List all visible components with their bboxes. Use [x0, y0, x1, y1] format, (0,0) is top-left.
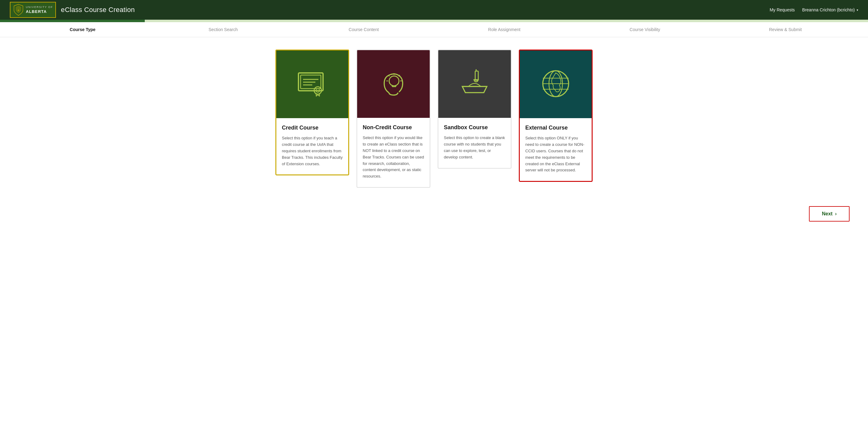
- header-nav: My Requests Breanna Crichton (bcrichto) …: [770, 7, 858, 12]
- svg-point-8: [389, 76, 399, 86]
- next-button[interactable]: Next ›: [809, 206, 849, 222]
- sandbox-course-body: Sandbox Course Select this option to cre…: [438, 118, 511, 168]
- logo-text-block: UNIVERSITY OF ALBERTA: [26, 5, 53, 14]
- step-role-assignment[interactable]: Role Assignment: [434, 26, 575, 33]
- external-course-desc: Select this option ONLY if you need to c…: [525, 135, 586, 173]
- svg-rect-17: [475, 71, 478, 80]
- credit-course-title: Credit Course: [282, 124, 343, 132]
- sandbox-course-image: [438, 50, 511, 118]
- external-course-body: External Course Select this option ONLY …: [520, 118, 592, 181]
- main-content: Credit Course Select this option if you …: [0, 37, 868, 200]
- shield-icon: A: [13, 4, 24, 16]
- header-left: A UNIVERSITY OF ALBERTA eClass Course Cr…: [10, 2, 135, 18]
- university-name: ALBERTA: [26, 9, 47, 14]
- progress-steps: Course Type Section Search Course Conten…: [0, 22, 868, 37]
- credit-course-image: [276, 51, 348, 118]
- chevron-down-icon: ▾: [857, 8, 858, 12]
- app-title: eClass Course Creation: [61, 6, 135, 14]
- certificate-icon: [294, 65, 331, 103]
- external-course-image: [520, 51, 592, 118]
- university-logo: A UNIVERSITY OF ALBERTA: [10, 2, 56, 18]
- non-credit-course-body: Non-Credit Course Select this option if …: [357, 118, 430, 187]
- step-section-search[interactable]: Section Search: [153, 26, 293, 33]
- step-course-type[interactable]: Course Type: [12, 26, 153, 33]
- step-review-submit[interactable]: Review & Submit: [715, 26, 856, 33]
- non-credit-course-card[interactable]: Non-Credit Course Select this option if …: [356, 50, 430, 188]
- globe-icon: [537, 65, 574, 103]
- progress-section: Course Type Section Search Course Conten…: [0, 20, 868, 37]
- non-credit-course-desc: Select this option if you would like to …: [363, 135, 424, 180]
- user-name: Breanna Crichton (bcrichto): [802, 7, 855, 12]
- footer-area: Next ›: [0, 200, 868, 234]
- next-label: Next: [822, 211, 833, 217]
- app-header: A UNIVERSITY OF ALBERTA eClass Course Cr…: [0, 0, 868, 20]
- sandbox-course-title: Sandbox Course: [444, 124, 505, 131]
- next-arrow-icon: ›: [835, 211, 837, 217]
- progress-bar-fill: [0, 20, 145, 22]
- sandbox-course-desc: Select this option to create a blank cou…: [444, 135, 505, 160]
- external-course-card[interactable]: External Course Select this option ONLY …: [519, 50, 593, 182]
- step-course-content[interactable]: Course Content: [293, 26, 434, 33]
- sandbox-icon: [456, 65, 493, 103]
- svg-text:A: A: [18, 9, 19, 12]
- credit-course-desc: Select this option if you teach a credit…: [282, 135, 343, 167]
- university-of-label: UNIVERSITY OF: [26, 5, 53, 9]
- credit-course-body: Credit Course Select this option if you …: [276, 118, 348, 174]
- progress-bar-track: [0, 20, 868, 22]
- external-course-title: External Course: [525, 124, 586, 132]
- my-requests-link[interactable]: My Requests: [770, 7, 795, 12]
- non-credit-course-image: [357, 50, 430, 118]
- sandbox-course-card[interactable]: Sandbox Course Select this option to cre…: [438, 50, 512, 169]
- credit-course-card[interactable]: Credit Course Select this option if you …: [275, 50, 349, 175]
- user-menu[interactable]: Breanna Crichton (bcrichto) ▾: [802, 7, 858, 12]
- non-credit-course-title: Non-Credit Course: [363, 124, 424, 131]
- step-course-visibility[interactable]: Course Visibility: [575, 26, 715, 33]
- lightbulb-icon: [375, 65, 412, 103]
